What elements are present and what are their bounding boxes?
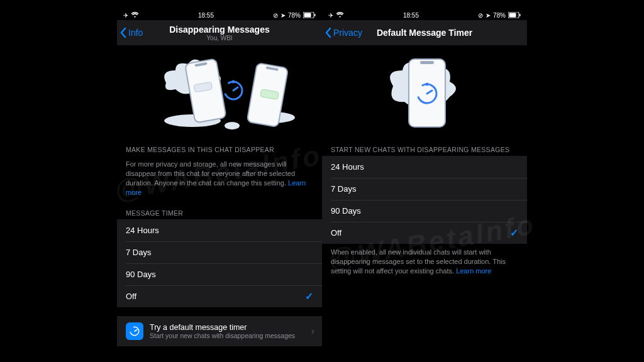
hero-illustration <box>322 45 527 140</box>
battery-icon <box>303 12 316 18</box>
promo-default-timer[interactable]: Try a default message timer Start your n… <box>117 316 322 346</box>
nav-bar: Info Disappearing Messages You, WBI <box>117 20 322 45</box>
battery-percent: 78% <box>288 12 301 19</box>
section-footer-explainer: For more privacy and storage, all new me… <box>117 156 322 203</box>
svg-rect-19 <box>519 14 521 16</box>
status-time: 18:55 <box>403 12 419 19</box>
svg-rect-1 <box>304 13 311 18</box>
checkmark-icon: ✓ <box>510 227 518 239</box>
section-header-start-new-chats: START NEW CHATS WITH DISAPPEARING MESSAG… <box>322 140 527 156</box>
status-right: ⊘ ➤ 78% <box>273 12 316 19</box>
section-footer-explainer: When enabled, all new individual chats w… <box>322 244 527 282</box>
svg-rect-18 <box>509 13 516 18</box>
option-off[interactable]: Off ✓ <box>117 285 322 307</box>
option-90-days[interactable]: 90 Days <box>322 200 527 222</box>
timer-options-group: 24 Hours 7 Days 90 Days Off ✓ <box>322 156 527 244</box>
option-90-days[interactable]: 90 Days <box>117 263 322 285</box>
option-24-hours[interactable]: 24 Hours <box>322 156 527 178</box>
section-header-message-timer: MESSAGE TIMER <box>117 203 322 219</box>
chevron-left-icon <box>119 27 127 38</box>
option-off[interactable]: Off ✓ <box>322 222 527 244</box>
airplane-icon: ✈︎ <box>123 12 128 19</box>
chevron-right-icon: › <box>311 326 314 337</box>
timer-icon <box>126 322 143 340</box>
orientation-lock-icon: ⊘ <box>273 12 278 19</box>
battery-percent: 78% <box>493 12 506 19</box>
section-header-make-disappear: MAKE MESSAGES IN THIS CHAT DISAPPEAR <box>117 140 322 156</box>
svg-rect-21 <box>420 61 434 64</box>
status-bar: ✈︎ 18:55 ⊘ ➤ 78% <box>117 10 322 20</box>
location-icon: ➤ <box>486 12 491 19</box>
back-button[interactable]: Privacy <box>325 27 362 38</box>
airplane-icon: ✈︎ <box>328 12 333 19</box>
nav-bar: Privacy Default Message Timer <box>322 20 527 45</box>
location-icon: ➤ <box>280 12 286 19</box>
wifi-icon <box>131 12 139 18</box>
back-label: Info <box>128 28 143 38</box>
back-button[interactable]: Info <box>119 27 143 38</box>
svg-line-16 <box>135 330 137 331</box>
status-time: 18:55 <box>198 12 214 19</box>
screen-disappearing-messages: ✈︎ 18:55 ⊘ ➤ 78% Info Disappearing Messa… <box>117 10 322 349</box>
chevron-left-icon <box>325 27 332 38</box>
battery-icon <box>508 12 521 18</box>
status-left: ✈︎ <box>123 12 139 19</box>
orientation-lock-icon: ⊘ <box>478 12 483 19</box>
svg-line-14 <box>233 87 238 90</box>
svg-point-23 <box>426 83 429 86</box>
learn-more-link[interactable]: Learn more <box>456 267 491 275</box>
status-left: ✈︎ <box>328 12 344 19</box>
option-24-hours[interactable]: 24 Hours <box>117 219 322 241</box>
svg-point-4 <box>225 122 240 129</box>
promo-title: Try a default message timer <box>150 323 295 332</box>
page-subtitle: You, WBI <box>169 35 270 41</box>
status-right: ⊘ ➤ 78% <box>478 12 521 19</box>
svg-point-13 <box>232 80 235 84</box>
status-bar: ✈︎ 18:55 ⊘ ➤ 78% <box>322 10 527 20</box>
back-label: Privacy <box>333 28 362 38</box>
screen-default-message-timer: ✈︎ 18:55 ⊘ ➤ 78% Privacy Default Message… <box>322 10 527 349</box>
hero-illustration <box>117 45 322 140</box>
option-7-days[interactable]: 7 Days <box>322 178 527 200</box>
promo-subtitle: Start your new chats with disappearing m… <box>150 332 295 339</box>
svg-rect-2 <box>314 14 316 16</box>
option-7-days[interactable]: 7 Days <box>117 241 322 263</box>
timer-options-group: 24 Hours 7 Days 90 Days Off ✓ <box>117 219 322 307</box>
checkmark-icon: ✓ <box>305 290 313 302</box>
page-title: Disappearing Messages <box>169 25 270 35</box>
page-title: Default Message Timer <box>377 28 472 38</box>
wifi-icon <box>336 12 344 18</box>
